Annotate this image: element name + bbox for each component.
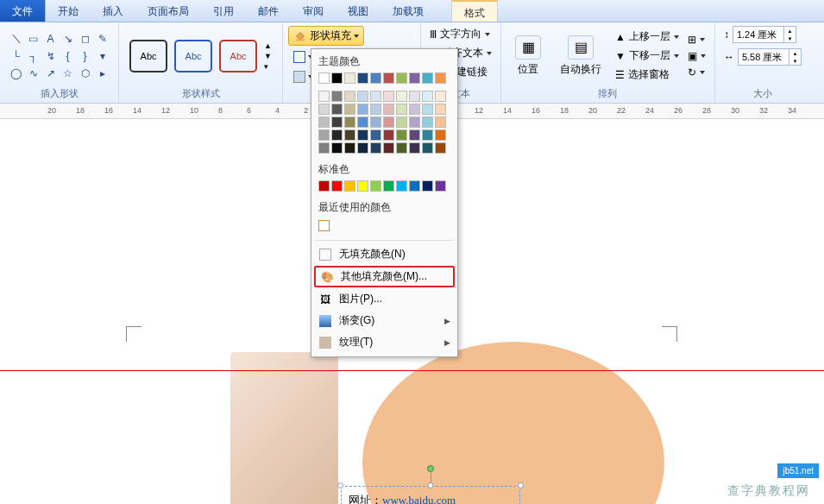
color-swatch[interactable] (435, 180, 446, 192)
color-swatch[interactable] (331, 91, 343, 102)
color-swatch[interactable] (383, 142, 394, 154)
color-swatch[interactable] (344, 117, 355, 128)
elbow-icon[interactable]: └ (9, 48, 23, 63)
color-swatch[interactable] (357, 91, 368, 102)
send-backward-button[interactable]: ▼下移一层 (615, 47, 679, 64)
gradient-fill-item[interactable]: 渐变(G) ▶ (311, 310, 457, 331)
height-input[interactable] (733, 29, 783, 40)
color-swatch[interactable] (396, 104, 407, 115)
more-icon[interactable]: ▾ (95, 48, 110, 63)
color-swatch[interactable] (409, 142, 420, 154)
color-swatch[interactable] (435, 104, 446, 115)
color-swatch[interactable] (370, 72, 381, 84)
arrow2-icon[interactable]: ↗ (43, 66, 58, 80)
tab-review[interactable]: 审阅 (291, 0, 336, 22)
color-swatch[interactable] (383, 117, 394, 128)
brace-icon[interactable]: { (60, 48, 75, 63)
width-spinner[interactable]: ▲▼ (738, 48, 802, 66)
color-swatch[interactable] (396, 180, 407, 192)
style-sample-1[interactable]: Abc (129, 40, 167, 72)
tab-insert[interactable]: 插入 (91, 0, 135, 22)
color-swatch[interactable] (331, 129, 343, 141)
color-swatch[interactable] (370, 91, 381, 102)
more-fill-colors-item[interactable]: 🎨 其他填充颜色(M)... (314, 266, 455, 287)
wrap-text-button[interactable]: ▤ 自动换行 (555, 34, 607, 79)
color-swatch[interactable] (383, 104, 394, 115)
textbox-selection[interactable]: 网址：www.baidu.com 地址：山东省济南市高新区齐鲁软件 (341, 486, 520, 504)
hex-icon[interactable]: ⬡ (78, 66, 92, 80)
gallery-down-icon[interactable]: ▼ (264, 52, 272, 60)
height-down[interactable]: ▼ (783, 35, 796, 42)
text-icon[interactable]: A (43, 31, 58, 46)
color-swatch[interactable] (344, 72, 355, 84)
zigzag-icon[interactable]: ↯ (43, 48, 58, 63)
handle-nw[interactable] (337, 482, 343, 488)
position-button[interactable]: ▦ 位置 (510, 34, 546, 79)
elbow2-icon[interactable]: ┐ (26, 48, 41, 63)
tab-home[interactable]: 开始 (46, 0, 91, 22)
color-swatch[interactable] (318, 91, 330, 102)
color-swatch[interactable] (409, 104, 420, 115)
height-spinner[interactable]: ▲▼ (733, 26, 796, 43)
color-swatch[interactable] (422, 129, 433, 141)
rotate-handle[interactable] (427, 465, 434, 472)
url-link[interactable]: www.baidu.com (382, 494, 456, 504)
no-fill-item[interactable]: 无填充颜色(N) (311, 243, 457, 265)
oval-icon[interactable]: ◯ (9, 66, 23, 80)
textbox[interactable]: 网址：www.baidu.com 地址：山东省济南市高新区齐鲁软件 (341, 486, 520, 504)
color-swatch[interactable] (344, 180, 355, 192)
color-swatch[interactable] (331, 72, 343, 84)
text-direction-button[interactable]: Ⅲ文字方向 (430, 26, 490, 42)
tab-mailings[interactable]: 邮件 (246, 0, 291, 22)
curve-icon[interactable]: ∿ (26, 66, 41, 80)
color-swatch[interactable] (435, 117, 446, 128)
color-swatch[interactable] (396, 91, 407, 102)
tab-view[interactable]: 视图 (336, 0, 381, 22)
color-swatch[interactable] (357, 117, 368, 128)
color-swatch[interactable] (396, 72, 407, 84)
color-swatch[interactable] (370, 129, 381, 141)
color-swatch[interactable] (357, 104, 368, 115)
line-icon[interactable]: ＼ (9, 31, 23, 46)
tab-file[interactable]: 文件 (0, 0, 46, 22)
gallery-up-icon[interactable]: ▲ (264, 41, 272, 50)
color-swatch[interactable] (435, 129, 446, 141)
tab-format[interactable]: 格式 (451, 0, 498, 22)
align-button[interactable]: ⊞ (688, 33, 706, 47)
style-sample-2[interactable]: Abc (174, 40, 212, 72)
gallery-more-icon[interactable]: ▾ (264, 62, 272, 71)
color-swatch[interactable] (422, 91, 433, 102)
height-up[interactable]: ▲ (783, 27, 796, 35)
color-swatch[interactable] (409, 91, 420, 102)
color-swatch[interactable] (318, 72, 330, 84)
shapes-gallery[interactable]: ＼ ▭ A ↘ ◻ ✎ └ ┐ ↯ { } ▾ ◯ ∿ ↗ ☆ ⬡ ▸ (9, 31, 110, 80)
edit-icon[interactable]: ✎ (95, 31, 110, 46)
color-swatch[interactable] (370, 142, 381, 154)
brace2-icon[interactable]: } (78, 48, 92, 63)
tab-addins[interactable]: 加载项 (381, 0, 436, 22)
picture-fill-item[interactable]: 🖼 图片(P)... (311, 288, 457, 310)
color-swatch[interactable] (422, 117, 433, 128)
color-swatch[interactable] (318, 117, 330, 128)
group-button[interactable]: ▣ (688, 49, 706, 63)
star-icon[interactable]: ☆ (60, 66, 75, 80)
tab-references[interactable]: 引用 (201, 0, 246, 22)
shape-fill-button[interactable]: 形状填充 (288, 26, 364, 46)
square-icon[interactable]: ◻ (78, 31, 92, 46)
color-swatch[interactable] (357, 180, 368, 192)
color-swatch[interactable] (396, 117, 407, 128)
color-swatch[interactable] (422, 104, 433, 115)
color-swatch[interactable] (422, 180, 433, 192)
color-swatch[interactable] (435, 91, 446, 102)
texture-fill-item[interactable]: 纹理(T) ▶ (311, 331, 457, 353)
color-swatch[interactable] (331, 117, 343, 128)
color-swatch[interactable] (383, 91, 394, 102)
color-swatch[interactable] (318, 180, 330, 192)
color-swatch[interactable] (318, 129, 330, 141)
color-swatch[interactable] (409, 72, 420, 84)
rect-icon[interactable]: ▭ (26, 31, 41, 46)
color-swatch[interactable] (344, 104, 355, 115)
bring-forward-button[interactable]: ▲上移一层 (615, 28, 679, 45)
style-sample-3[interactable]: Abc (219, 40, 257, 72)
color-swatch[interactable] (331, 104, 343, 115)
